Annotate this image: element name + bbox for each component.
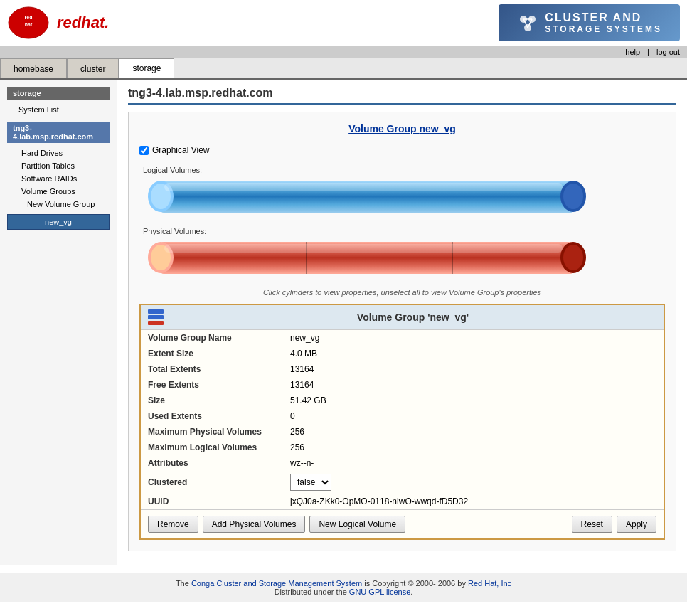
add-pv-button[interactable]: Add Physical Volumes	[203, 516, 306, 533]
field-value-clustered: false true	[283, 471, 664, 494]
vg-title-text: Volume Group	[348, 123, 419, 134]
table-row: Used Extents 0	[141, 408, 664, 424]
lv-cylinder-container: Logical Volumes:	[139, 166, 665, 216]
field-label-max-pv: Maximum Physical Volumes	[141, 424, 283, 440]
svg-rect-23	[164, 244, 563, 253]
apply-button[interactable]: Apply	[617, 516, 656, 533]
sidebar-hard-drives[interactable]: Hard Drives	[7, 147, 110, 159]
field-value-free-extents: 13164	[283, 377, 664, 393]
field-label-max-lv: Maximum Logical Volumes	[141, 440, 283, 455]
nav-homebase[interactable]: homebase	[0, 58, 67, 78]
brand-text: redhat.	[57, 14, 109, 32]
sidebar-system-list[interactable]: System List	[7, 103, 110, 116]
table-row: Volume Group Name new_vg	[141, 330, 664, 346]
nav-storage[interactable]: storage	[119, 58, 174, 78]
banner-line1: CLUSTER AND	[545, 11, 662, 24]
sidebar-new-volume-group[interactable]: New Volume Group	[7, 198, 110, 211]
vg-display-container: Volume Group new_vg Graphical View Logic…	[128, 112, 676, 551]
field-value-total-extents: 13164	[283, 361, 664, 377]
table-row: Attributes wz--n-	[141, 455, 664, 471]
footer-line2: Distributed under the GNU GPL license.	[6, 588, 681, 596]
svg-text:hat: hat	[25, 22, 33, 27]
content-area: tng3-4.lab.msp.redhat.com Volume Group n…	[117, 80, 687, 565]
field-value-size: 51.42 GB	[283, 393, 664, 408]
field-label-uuid: UUID	[141, 494, 283, 509]
svg-rect-15	[164, 183, 563, 191]
pv-cylinder[interactable]	[147, 238, 658, 277]
field-value-max-pv: 256	[283, 424, 664, 440]
stripe-blue-1	[148, 309, 164, 314]
footer-period: .	[410, 588, 412, 596]
footer-distributed: Distributed under the	[275, 588, 349, 596]
footer-company-link[interactable]: Red Hat, Inc	[468, 579, 511, 588]
stripe-blue-2	[148, 315, 164, 319]
field-label-vg-name: Volume Group Name	[141, 330, 283, 346]
table-row: Extent Size 4.0 MB	[141, 346, 664, 361]
table-row: Maximum Physical Volumes 256	[141, 424, 664, 440]
new-lv-button[interactable]: New Logical Volume	[309, 516, 405, 533]
field-label-attributes: Attributes	[141, 455, 283, 471]
sidebar: storage System List tng3-4.lab.msp.redha…	[0, 80, 117, 565]
info-table: Volume Group Name new_vg Extent Size 4.0…	[141, 330, 664, 509]
sidebar-storage-title: storage	[7, 87, 110, 100]
sidebar-volume-groups[interactable]: Volume Groups	[7, 185, 110, 198]
svg-point-22	[563, 245, 583, 270]
sidebar-software-raids[interactable]: Software RAIDs	[7, 172, 110, 185]
sidebar-partition-tables[interactable]: Partition Tables	[7, 159, 110, 172]
table-row: Size 51.42 GB	[141, 393, 664, 408]
pv-cylinder-container: Physical Volumes:	[139, 227, 665, 277]
field-value-max-lv: 256	[283, 440, 664, 455]
page-title: tng3-4.lab.msp.redhat.com	[128, 87, 676, 105]
field-value-uuid: jxQJ0a-ZKk0-OpMO-0118-nlwO-wwqd-fD5D32	[283, 494, 664, 509]
panel-buttons: Remove Add Physical Volumes New Logical …	[141, 509, 664, 538]
field-value-used-extents: 0	[283, 408, 664, 424]
sidebar-active-vg[interactable]: new_vg	[7, 214, 110, 230]
footer-text-after: is Copyright © 2000- 2006 by	[362, 579, 468, 588]
field-label-clustered: Clustered	[141, 471, 283, 494]
footer-line1: The Conga Cluster and Storage Management…	[6, 579, 681, 588]
lv-cylinder[interactable]	[147, 177, 658, 216]
redhat-logo: red hat	[7, 5, 50, 41]
page-header: red hat redhat. CLUSTER AND STORAGE SYST…	[0, 0, 687, 46]
field-label-used-extents: Used Extents	[141, 408, 283, 424]
cluster-icon	[516, 12, 538, 33]
page-footer: The Conga Cluster and Storage Management…	[0, 573, 687, 602]
graphical-view-row: Graphical View	[139, 145, 665, 155]
field-value-extent-size: 4.0 MB	[283, 346, 664, 361]
info-panel-header: Volume Group 'new_vg'	[141, 305, 664, 330]
clustered-select[interactable]: false true	[290, 474, 331, 491]
table-row: Clustered false true	[141, 471, 664, 494]
sidebar-node-label[interactable]: tng3-4.lab.msp.redhat.com	[7, 122, 110, 143]
logout-link[interactable]: log out	[656, 48, 680, 56]
graphical-view-checkbox[interactable]	[139, 146, 149, 155]
footer-conga-link[interactable]: Conga Cluster and Storage Management Sys…	[191, 579, 362, 588]
svg-point-14	[563, 184, 583, 209]
remove-button[interactable]: Remove	[148, 516, 198, 533]
nav-cluster[interactable]: cluster	[67, 58, 119, 78]
table-row: Free Extents 13164	[141, 377, 664, 393]
footer-license-link[interactable]: GNU GPL license	[349, 588, 410, 596]
table-row: UUID jxQJ0a-ZKk0-OpMO-0118-nlwO-wwqd-fD5…	[141, 494, 664, 509]
reset-button[interactable]: Reset	[572, 516, 612, 533]
header-logo-area: red hat redhat.	[7, 5, 109, 41]
table-row: Maximum Logical Volumes 256	[141, 440, 664, 455]
cluster-banner: CLUSTER AND STORAGE SYSTEMS	[499, 4, 680, 41]
field-label-size: Size	[141, 393, 283, 408]
lv-label: Logical Volumes:	[143, 166, 665, 174]
footer-text-before: The	[176, 579, 191, 588]
info-panel: Volume Group 'new_vg' Volume Group Name …	[139, 304, 665, 540]
field-label-extent-size: Extent Size	[141, 346, 283, 361]
graphical-view-label[interactable]: Graphical View	[152, 145, 209, 155]
pv-cylinder-svg[interactable]	[147, 238, 602, 277]
field-label-free-extents: Free Extents	[141, 377, 283, 393]
click-hint: Click cylinders to view properties, unse…	[139, 288, 665, 297]
svg-text:red: red	[25, 15, 33, 20]
lv-cylinder-svg[interactable]	[147, 177, 602, 216]
info-panel-icon	[148, 309, 164, 325]
field-label-total-extents: Total Extents	[141, 361, 283, 377]
vg-name-link[interactable]: new_vg	[419, 123, 455, 134]
top-right-nav: help | log out	[0, 46, 687, 58]
main-layout: storage System List tng3-4.lab.msp.redha…	[0, 80, 687, 565]
help-link[interactable]: help	[625, 48, 640, 56]
field-value-vg-name: new_vg	[283, 330, 664, 346]
